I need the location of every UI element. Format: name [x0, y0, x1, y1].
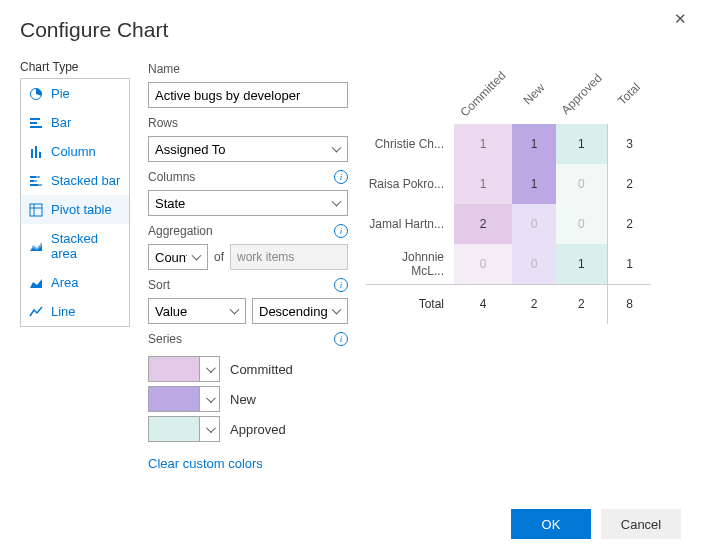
preview-cell: 1	[512, 124, 556, 164]
preview-cell: 0	[512, 244, 556, 284]
line-icon	[29, 305, 43, 319]
chart-type-label: Area	[51, 275, 78, 290]
preview-row-total: 1	[607, 244, 651, 284]
chart-type-label: Stacked area	[51, 231, 121, 261]
svg-rect-1	[30, 118, 40, 120]
column-icon	[29, 145, 43, 159]
columns-label: Columnsi	[148, 170, 348, 184]
info-icon[interactable]: i	[334, 332, 348, 346]
stacked-bar-icon	[29, 174, 43, 188]
chart-type-pivot-table[interactable]: Pivot table	[21, 195, 129, 224]
chevron-down-icon	[199, 387, 219, 411]
chart-type-label: Stacked bar	[51, 173, 120, 188]
preview-col-total: 2	[556, 284, 607, 324]
bar-icon	[29, 116, 43, 130]
svg-rect-11	[30, 184, 38, 186]
preview-cell: 0	[454, 244, 512, 284]
chart-type-line[interactable]: Line	[21, 297, 129, 326]
chart-preview: CommittedNewApprovedTotalChristie Ch...1…	[366, 60, 681, 471]
preview-col-total: 8	[607, 284, 651, 324]
series-color-picker[interactable]	[148, 386, 220, 412]
name-label: Name	[148, 62, 348, 76]
chart-type-label: Column	[51, 144, 96, 159]
ok-button[interactable]: OK	[511, 509, 591, 539]
preview-cell: 1	[556, 244, 607, 284]
series-label: Approved	[230, 422, 286, 437]
svg-rect-3	[30, 126, 42, 128]
svg-rect-5	[35, 146, 37, 158]
sort-direction-select[interactable]: Descending	[252, 298, 348, 324]
rows-select[interactable]: Assigned To	[148, 136, 348, 162]
info-icon[interactable]: i	[334, 224, 348, 238]
svg-rect-12	[38, 184, 42, 186]
chart-type-label: Chart Type	[20, 60, 130, 74]
series-color-picker[interactable]	[148, 416, 220, 442]
chart-type-area[interactable]: Area	[21, 268, 129, 297]
chart-type-label: Bar	[51, 115, 71, 130]
chart-type-label: Line	[51, 304, 76, 319]
chevron-down-icon	[199, 357, 219, 381]
preview-cell: 1	[556, 124, 607, 164]
chart-type-label: Pivot table	[51, 202, 112, 217]
sort-label: Sorti	[148, 278, 348, 292]
close-icon[interactable]: ✕	[674, 10, 687, 28]
series-row: Approved	[148, 416, 348, 442]
configure-chart-dialog: ✕ Configure Chart Chart Type PieBarColum…	[0, 0, 701, 555]
chart-type-label: Pie	[51, 86, 70, 101]
preview-col-header: Approved	[556, 64, 607, 124]
area-icon	[29, 276, 43, 290]
chart-type-list: PieBarColumnStacked barPivot tableStacke…	[20, 78, 130, 327]
chart-type-pie[interactable]: Pie	[21, 79, 129, 108]
sort-by-select[interactable]: Value	[148, 298, 246, 324]
svg-rect-2	[30, 122, 37, 124]
name-input[interactable]	[148, 82, 348, 108]
cancel-button[interactable]: Cancel	[601, 509, 681, 539]
chart-type-bar[interactable]: Bar	[21, 108, 129, 137]
stacked-area-icon	[29, 239, 43, 253]
chart-type-section: Chart Type PieBarColumnStacked barPivot …	[20, 60, 130, 471]
aggregation-label: Aggregationi	[148, 224, 348, 238]
svg-rect-9	[30, 180, 34, 182]
preview-col-header: Total	[607, 64, 651, 124]
preview-cell: 1	[512, 164, 556, 204]
svg-rect-6	[39, 152, 41, 158]
preview-total-label: Total	[366, 284, 454, 324]
preview-cell: 2	[454, 204, 512, 244]
chart-type-column[interactable]: Column	[21, 137, 129, 166]
preview-col-total: 2	[512, 284, 556, 324]
chart-type-stacked-bar[interactable]: Stacked bar	[21, 166, 129, 195]
aggregation-of-label: of	[214, 250, 224, 264]
chevron-down-icon	[199, 417, 219, 441]
svg-rect-10	[34, 180, 37, 182]
series-label: Seriesi	[148, 332, 348, 346]
series-color-picker[interactable]	[148, 356, 220, 382]
preview-row-total: 3	[607, 124, 651, 164]
preview-col-header: New	[512, 64, 556, 124]
pie-icon	[29, 87, 43, 101]
preview-cell: 0	[556, 204, 607, 244]
chart-type-stacked-area[interactable]: Stacked area	[21, 224, 129, 268]
aggregation-unit: work items	[230, 244, 348, 270]
dialog-title: Configure Chart	[20, 18, 681, 42]
series-label: Committed	[230, 362, 293, 377]
pivot-table-icon	[29, 203, 43, 217]
rows-label: Rows	[148, 116, 348, 130]
columns-select[interactable]: State	[148, 190, 348, 216]
preview-row-total: 2	[607, 164, 651, 204]
preview-row-name: Johnnie McL...	[366, 244, 454, 284]
dialog-footer: OK Cancel	[511, 509, 681, 539]
preview-row-name: Christie Ch...	[366, 124, 454, 164]
series-row: Committed	[148, 356, 348, 382]
info-icon[interactable]: i	[334, 278, 348, 292]
preview-row-name: Raisa Pokro...	[366, 164, 454, 204]
preview-cell: 1	[454, 124, 512, 164]
clear-custom-colors-link[interactable]: Clear custom colors	[148, 456, 348, 471]
preview-col-total: 4	[454, 284, 512, 324]
aggregation-select[interactable]: Count	[148, 244, 208, 270]
preview-cell: 0	[512, 204, 556, 244]
info-icon[interactable]: i	[334, 170, 348, 184]
preview-col-header: Committed	[454, 64, 512, 124]
svg-rect-8	[36, 176, 40, 178]
svg-rect-13	[30, 204, 42, 216]
series-label: New	[230, 392, 256, 407]
